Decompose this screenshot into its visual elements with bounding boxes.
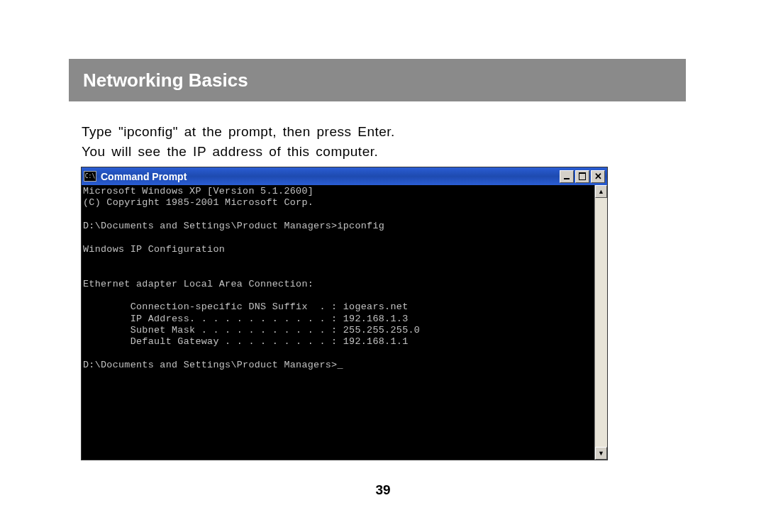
cmd-icon: C:\ [84,171,96,182]
close-button[interactable]: ✕ [591,170,605,183]
scroll-up-button[interactable]: ▲ [595,185,607,198]
scroll-track[interactable] [595,198,607,447]
maximize-button[interactable] [575,170,589,183]
terminal-output[interactable]: Microsoft Windows XP [Version 5.1.2600] … [82,185,594,460]
page-number: 39 [0,482,766,498]
vertical-scrollbar[interactable]: ▲ ▼ [594,185,607,460]
terminal-wrapper: Microsoft Windows XP [Version 5.1.2600] … [82,185,607,460]
minimize-button[interactable] [560,170,574,183]
window-title: Command Prompt [101,171,560,182]
instructions-block: Type "ipconfig" at the prompt, then pres… [82,122,606,161]
instruction-line-2: You will see the IP address of this comp… [82,142,606,162]
instruction-line-1: Type "ipconfig" at the prompt, then pres… [82,122,606,142]
command-prompt-window: C:\ Command Prompt ✕ Microsoft Windows X… [81,167,608,460]
window-controls: ✕ [560,170,605,183]
section-header: Networking Basics [69,59,686,101]
scroll-down-button[interactable]: ▼ [595,447,607,460]
section-title: Networking Basics [83,70,248,92]
window-titlebar[interactable]: C:\ Command Prompt ✕ [82,167,607,185]
